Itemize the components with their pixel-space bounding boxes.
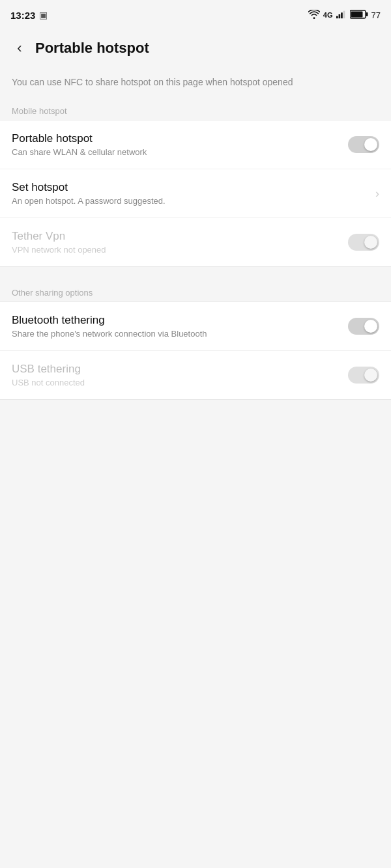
- usb-tethering-subtitle: USB not connected: [12, 378, 348, 387]
- other-sharing-label: Other sharing options: [0, 283, 391, 301]
- bluetooth-tethering-item[interactable]: Bluetooth tethering Share the phone's ne…: [0, 302, 391, 351]
- svg-rect-3: [343, 10, 345, 18]
- svg-rect-0: [336, 16, 338, 18]
- status-bar: 13:23 ▣ 4G: [0, 0, 391, 29]
- status-time: 13:23: [10, 10, 35, 21]
- svg-rect-5: [366, 12, 368, 16]
- set-hotspot-subtitle: An open hotspot. A password suggested.: [12, 196, 370, 206]
- bluetooth-tethering-text: Bluetooth tethering Share the phone's ne…: [12, 314, 348, 339]
- battery-level: 77: [371, 10, 381, 20]
- bluetooth-tethering-toggle[interactable]: [348, 318, 379, 335]
- spacer-1: [0, 267, 391, 283]
- battery-icon: [350, 10, 368, 21]
- svg-rect-2: [341, 12, 343, 18]
- bluetooth-tethering-subtitle: Share the phone's network connection via…: [12, 329, 348, 339]
- top-bar: ‹ Portable hotspot: [0, 29, 391, 68]
- wifi-icon: [308, 10, 320, 21]
- tether-vpn-toggle: [348, 234, 379, 251]
- set-hotspot-item[interactable]: Set hotspot An open hotspot. A password …: [0, 169, 391, 218]
- portable-hotspot-subtitle: Can share WLAN & cellular network: [12, 147, 348, 157]
- set-hotspot-title: Set hotspot: [12, 181, 370, 194]
- mobile-hotspot-section: Mobile hotspot Portable hotspot Can shar…: [0, 101, 391, 267]
- portable-hotspot-item[interactable]: Portable hotspot Can share WLAN & cellul…: [0, 120, 391, 169]
- usb-tethering-item: USB tethering USB not connected: [0, 351, 391, 399]
- usb-tethering-toggle: [348, 367, 379, 384]
- nfc-description: You can use NFC to share hotspot on this…: [0, 68, 391, 101]
- portable-hotspot-text: Portable hotspot Can share WLAN & cellul…: [12, 132, 348, 157]
- bluetooth-tethering-title: Bluetooth tethering: [12, 314, 348, 327]
- portable-hotspot-toggle[interactable]: [348, 136, 379, 153]
- page-title: Portable hotspot: [35, 40, 149, 57]
- portable-hotspot-title: Portable hotspot: [12, 132, 348, 145]
- tether-vpn-subtitle: VPN network not opened: [12, 245, 348, 255]
- signal-4g-icon: 4G: [323, 11, 333, 19]
- set-hotspot-chevron: ›: [375, 187, 379, 201]
- svg-rect-6: [351, 11, 362, 17]
- mobile-hotspot-label: Mobile hotspot: [0, 101, 391, 120]
- usb-tethering-title: USB tethering: [12, 363, 348, 376]
- set-hotspot-text: Set hotspot An open hotspot. A password …: [12, 181, 370, 206]
- other-sharing-list: Bluetooth tethering Share the phone's ne…: [0, 301, 391, 400]
- tether-vpn-text: Tether Vpn VPN network not opened: [12, 230, 348, 255]
- tether-vpn-item: Tether Vpn VPN network not opened: [0, 218, 391, 266]
- tether-vpn-title: Tether Vpn: [12, 230, 348, 243]
- svg-rect-1: [338, 14, 340, 18]
- back-icon: ‹: [17, 40, 22, 57]
- usb-tethering-text: USB tethering USB not connected: [12, 363, 348, 387]
- mobile-hotspot-list: Portable hotspot Can share WLAN & cellul…: [0, 120, 391, 267]
- other-sharing-section: Other sharing options Bluetooth tetherin…: [0, 283, 391, 400]
- screenshot-icon: ▣: [39, 10, 48, 20]
- back-button[interactable]: ‹: [7, 35, 33, 61]
- status-icons: 4G 77: [308, 10, 381, 21]
- signal-bars-icon: [336, 10, 347, 21]
